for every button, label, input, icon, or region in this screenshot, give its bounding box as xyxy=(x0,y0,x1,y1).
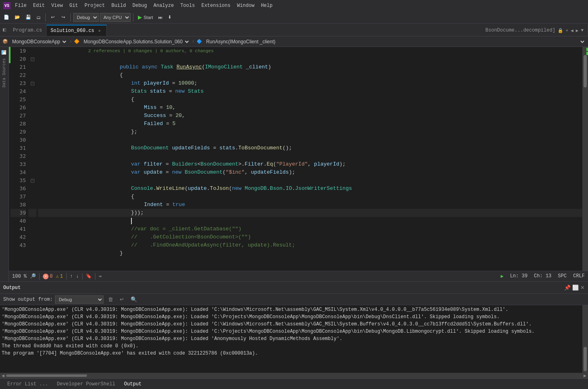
menu-view[interactable]: View xyxy=(49,2,66,9)
code-line-20: public async Task RunAsync(IMongoClient … xyxy=(38,55,582,63)
main-area: 📊 Data Sources 19 20 21 22 23 24 25 26 2… xyxy=(0,47,588,281)
warning-indicator[interactable]: ⚠ 1 xyxy=(56,273,63,279)
bottom-tab-powershell[interactable]: Developer PowerShell xyxy=(53,380,119,388)
line-num-38: 38 xyxy=(11,201,26,209)
tab-nav-left[interactable]: ◀ xyxy=(571,28,573,33)
filter-icon[interactable]: ⇒ xyxy=(99,273,102,279)
tab-nav-right[interactable]: ▶ xyxy=(576,28,579,33)
line-num-24: 24 xyxy=(11,87,26,96)
line-num-36: 36 xyxy=(11,185,26,193)
menu-git[interactable]: Git xyxy=(66,2,81,9)
menu-debug[interactable]: Debug xyxy=(129,2,150,9)
tab-solution-close[interactable]: ✕ xyxy=(97,28,102,34)
bookmark-icon[interactable]: 🔖 xyxy=(86,273,92,279)
namespace-dropdown[interactable]: MongoDBConsoleApp.Solutions.Solution_060 xyxy=(81,38,190,46)
new-project-btn[interactable]: 📄 xyxy=(2,13,11,21)
code-content[interactable]: 2 references | 0 changes | 0 authors, 0 … xyxy=(36,47,582,271)
ch-indicator[interactable]: Ch: 13 xyxy=(534,273,551,279)
output-toggle-word-wrap[interactable]: ↵ xyxy=(118,295,126,303)
line-num-20: 20 xyxy=(11,55,26,63)
menu-extensions[interactable]: Extensions xyxy=(199,2,233,9)
lock-icon: 🔒 xyxy=(558,28,563,33)
play-icon-status[interactable]: ▶ xyxy=(501,273,503,279)
output-clear-btn[interactable]: 🗑 xyxy=(106,295,115,303)
line-num-31: 31 xyxy=(11,144,26,152)
line-ending-indicator[interactable]: CRLF xyxy=(573,273,585,279)
tab-overflow[interactable]: ▼ xyxy=(581,28,584,33)
project-dropdown[interactable]: MongoDBConsoleApp xyxy=(10,38,68,46)
bottom-tab-error-list[interactable]: Error List ... xyxy=(3,380,52,388)
line-num-43: 43 xyxy=(11,241,26,249)
output-content-area: 'MongoDBConsoleApp.exe' (CLR v4.0.30319:… xyxy=(0,305,588,373)
output-close-btn[interactable]: ✕ xyxy=(580,285,585,291)
line-num-19: 19 xyxy=(11,47,26,55)
line-num-35: 35 xyxy=(11,176,26,185)
output-h-scrollbar[interactable]: ◀ ▶ xyxy=(0,373,588,378)
line-numbers: 19 20 21 22 23 24 25 26 27 28 29 30 31 3… xyxy=(11,47,28,271)
h-scroll-right[interactable]: ▶ xyxy=(582,374,588,378)
menu-file[interactable]: File xyxy=(12,2,30,9)
bottom-tab-output[interactable]: Output xyxy=(120,380,146,388)
scrollbar-thumb[interactable] xyxy=(584,55,587,87)
tab-decompiled-close[interactable]: ✕ xyxy=(566,28,568,33)
expand-20[interactable]: − xyxy=(31,57,34,61)
nav-up[interactable]: ↑ xyxy=(70,274,73,279)
output-line-2: 'MongoDBConsoleApp.exe' (CLR v4.0.30319:… xyxy=(2,313,581,321)
bottom-tabs-bar: Error List ... Developer PowerShell Outp… xyxy=(0,378,588,389)
menu-analyze[interactable]: Analyze xyxy=(151,2,177,9)
redo-btn[interactable]: ↪ xyxy=(59,13,68,21)
status-sep2 xyxy=(66,273,67,280)
menu-tools[interactable]: Tools xyxy=(178,2,198,9)
h-scroll-left[interactable]: ◀ xyxy=(0,374,6,378)
sidebar-server-explorer-icon[interactable]: 📊 xyxy=(1,49,7,57)
title-bar: VS File Edit View Git Project Build Debu… xyxy=(0,0,588,11)
encoding-indicator[interactable]: SPC xyxy=(558,273,567,279)
error-indicator[interactable]: ✕ 0 xyxy=(43,274,53,279)
output-pin-btn[interactable]: 📌 xyxy=(564,285,571,291)
output-scrollbar[interactable] xyxy=(582,305,588,373)
menu-edit[interactable]: Edit xyxy=(30,2,48,9)
output-find-btn[interactable]: 🔍 xyxy=(129,295,139,303)
step-in-btn[interactable]: ⬇ xyxy=(166,13,173,21)
save-all-btn[interactable]: 🗂 xyxy=(34,14,43,21)
left-panel-icon[interactable]: ◧ xyxy=(0,23,9,36)
nav-down[interactable]: ↓ xyxy=(76,274,79,279)
right-scrollbar[interactable] xyxy=(582,47,588,271)
ln-indicator[interactable]: Ln: 39 xyxy=(510,273,527,279)
output-scrollbar-thumb[interactable] xyxy=(584,347,587,371)
status-right: ▶ Ln: 39 Ch: 13 SPC CRLF xyxy=(501,273,585,279)
save-btn[interactable]: 💾 xyxy=(23,13,33,21)
code-editor[interactable]: 19 20 21 22 23 24 25 26 27 28 29 30 31 3… xyxy=(9,47,588,271)
line-num-25: 25 xyxy=(11,96,26,104)
tab-decompiled[interactable]: BsonDocume...decompiled] 🔒 ✕ ◀ ▶ ▼ xyxy=(481,25,588,36)
start-btn[interactable]: ▶ Start xyxy=(136,13,155,21)
zoom-level[interactable]: 100 % xyxy=(12,274,27,279)
sidebar-data-sources-label[interactable]: Data Sources xyxy=(2,57,6,89)
line-num-22: 22 xyxy=(11,71,26,79)
play-icon: ▶ xyxy=(138,14,142,20)
step-over-btn[interactable]: ⏭ xyxy=(156,14,165,21)
tab-solution[interactable]: Solution_060.cs ✕ xyxy=(47,25,107,36)
output-float-btn[interactable]: ⬜ xyxy=(572,285,579,291)
tab-program[interactable]: Program.cs xyxy=(9,25,47,36)
menu-project[interactable]: Project xyxy=(82,2,108,9)
expand-35[interactable]: − xyxy=(31,179,34,183)
undo-btn[interactable]: ↩ xyxy=(48,13,57,21)
expand-23[interactable]: − xyxy=(31,82,34,85)
h-scroll-thumb[interactable] xyxy=(6,374,87,377)
method-dropdown[interactable]: RunAsync(IMongoClient _client) xyxy=(204,38,586,46)
output-content[interactable]: 'MongoDBConsoleApp.exe' (CLR v4.0.30319:… xyxy=(0,305,582,373)
menu-window[interactable]: Window xyxy=(234,2,257,9)
tab-program-label: Program.cs xyxy=(13,28,42,33)
output-source-select[interactable]: Debug xyxy=(55,295,104,304)
menu-build[interactable]: Build xyxy=(108,2,129,9)
debug-config-dropdown[interactable]: Debug xyxy=(73,13,99,22)
status-sep xyxy=(39,273,40,280)
open-btn[interactable]: 📂 xyxy=(13,13,22,21)
menu-help[interactable]: Help xyxy=(258,2,275,9)
output-toolbar: Show output from: Debug 🗑 ↵ 🔍 xyxy=(0,294,588,305)
nav-sep1: › xyxy=(69,38,72,45)
zoom-icon[interactable]: 🔎 xyxy=(30,273,36,279)
platform-dropdown[interactable]: Any CPU xyxy=(100,13,131,22)
line-num-37: 37 xyxy=(11,193,26,201)
